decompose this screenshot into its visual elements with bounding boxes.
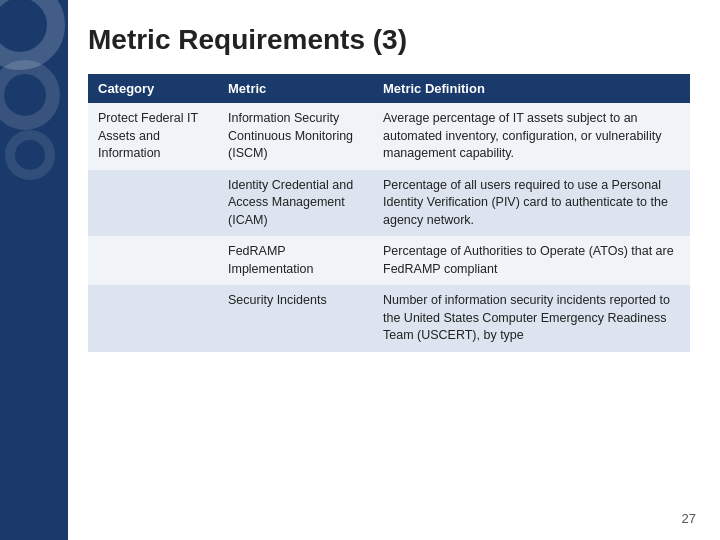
cell-category xyxy=(88,236,218,285)
cell-definition: Average percentage of IT assets subject … xyxy=(373,103,690,170)
cell-definition: Percentage of all users required to use … xyxy=(373,170,690,237)
cell-definition: Percentage of Authorities to Operate (AT… xyxy=(373,236,690,285)
metrics-table: Category Metric Metric Definition Protec… xyxy=(88,74,690,352)
table-row: Identity Credential and Access Managemen… xyxy=(88,170,690,237)
main-content: Metric Requirements (3) Category Metric … xyxy=(68,0,720,540)
cell-category xyxy=(88,285,218,352)
cell-metric: Identity Credential and Access Managemen… xyxy=(218,170,373,237)
col-header-metric: Metric xyxy=(218,74,373,103)
page-title: Metric Requirements (3) xyxy=(88,24,690,56)
cell-category: Protect Federal IT Assets and Informatio… xyxy=(88,103,218,170)
col-header-definition: Metric Definition xyxy=(373,74,690,103)
decorative-circle-large xyxy=(0,0,65,70)
cell-metric: FedRAMP Implementation xyxy=(218,236,373,285)
left-sidebar xyxy=(0,0,68,540)
decorative-circle-small xyxy=(5,130,55,180)
table-row: Security IncidentsNumber of information … xyxy=(88,285,690,352)
cell-metric: Information Security Continuous Monitori… xyxy=(218,103,373,170)
table-header-row: Category Metric Metric Definition xyxy=(88,74,690,103)
cell-metric: Security Incidents xyxy=(218,285,373,352)
table-row: FedRAMP ImplementationPercentage of Auth… xyxy=(88,236,690,285)
decorative-circle-medium xyxy=(0,60,60,130)
col-header-category: Category xyxy=(88,74,218,103)
cell-category xyxy=(88,170,218,237)
cell-definition: Number of information security incidents… xyxy=(373,285,690,352)
page-number: 27 xyxy=(682,511,696,526)
table-row: Protect Federal IT Assets and Informatio… xyxy=(88,103,690,170)
